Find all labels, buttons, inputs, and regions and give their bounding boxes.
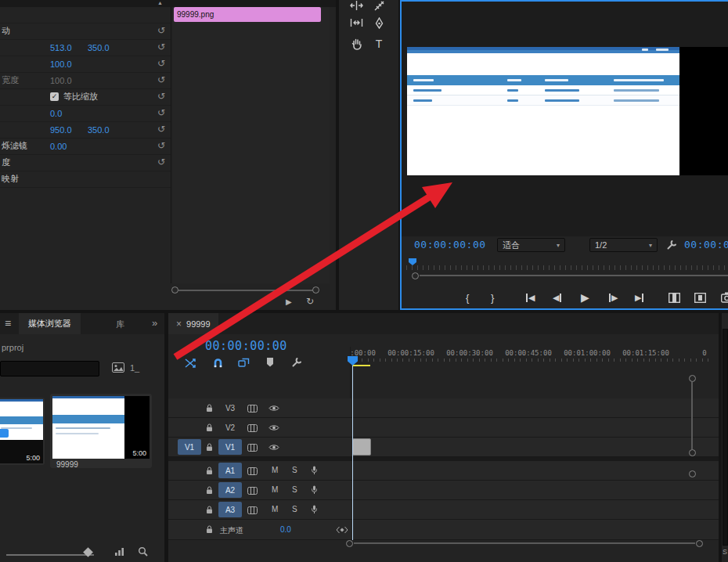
fx-clip-bar[interactable]: 99999.png: [174, 7, 321, 22]
step-forward-button[interactable]: ▶: [608, 290, 618, 304]
insert-as-nest-icon[interactable]: [185, 358, 197, 368]
lock-icon[interactable]: [206, 506, 213, 514]
reset-anchor-icon[interactable]: ↺: [157, 124, 165, 135]
track-a2-name[interactable]: A2: [218, 482, 242, 498]
razor-tool[interactable]: [371, 0, 387, 13]
timeline-timecode[interactable]: 00:00:00:00: [205, 339, 287, 353]
extract-button[interactable]: [694, 290, 706, 304]
media-item-2[interactable]: 5:00 99999: [50, 394, 152, 468]
eye-icon[interactable]: [268, 405, 279, 412]
program-hscroll-track[interactable]: [420, 275, 728, 276]
track-style-icon[interactable]: [247, 405, 258, 412]
reset-antiflicker-icon[interactable]: ↺: [157, 140, 165, 151]
loop-playback-icon[interactable]: ↻: [306, 296, 314, 307]
tab-media-browser[interactable]: 媒体浏览器: [19, 313, 81, 334]
panel-menu-icon[interactable]: ≡: [5, 317, 11, 330]
mark-out-button[interactable]: }: [491, 290, 494, 304]
tab-sequence[interactable]: × 99999: [168, 313, 218, 334]
eye-icon[interactable]: [268, 444, 279, 451]
timeline-vscroll-audio-handle[interactable]: [689, 470, 696, 477]
timeline-hscroll-left-handle[interactable]: [346, 540, 353, 547]
go-to-in-button[interactable]: ◀: [525, 290, 535, 304]
mute-button[interactable]: M: [272, 466, 278, 474]
close-icon[interactable]: ×: [176, 319, 182, 330]
slip-tool[interactable]: [348, 15, 364, 31]
reset-position-icon[interactable]: ↺: [157, 41, 165, 52]
lock-icon[interactable]: [206, 404, 213, 412]
media-item-2-name[interactable]: 99999: [56, 460, 78, 469]
v1-clip[interactable]: [352, 438, 371, 456]
master-volume-value[interactable]: 0.0: [280, 525, 291, 534]
fx-hscroll-track[interactable]: [178, 290, 313, 291]
zoom-select[interactable]: 1/2▾: [589, 238, 658, 252]
track-style-icon[interactable]: [247, 424, 258, 432]
lock-icon[interactable]: [206, 443, 213, 452]
monitor-settings-wrench-icon[interactable]: [666, 240, 677, 250]
track-v1-name[interactable]: V1: [218, 439, 242, 455]
track-style-icon[interactable]: [247, 444, 258, 452]
mute-button[interactable]: M: [272, 485, 278, 494]
mute-button[interactable]: M: [272, 505, 278, 513]
scale-value[interactable]: 100.0: [50, 59, 72, 69]
solo-button[interactable]: S: [292, 505, 297, 513]
tab-libraries[interactable]: 库: [116, 319, 124, 330]
solo-button[interactable]: S: [292, 485, 297, 494]
lock-icon[interactable]: [206, 423, 213, 432]
media-search-input[interactable]: [0, 361, 99, 376]
program-hscroll-handle[interactable]: [412, 272, 419, 279]
fx-divider[interactable]: [171, 7, 171, 283]
fit-select[interactable]: 适合▾: [497, 238, 565, 252]
reset-opacity-icon[interactable]: ↺: [157, 157, 165, 168]
media-item-1[interactable]: 5:00: [0, 398, 45, 465]
thumb-zoom-slider-track[interactable]: [6, 554, 94, 556]
track-style-icon[interactable]: [247, 506, 258, 514]
lift-button[interactable]: [669, 290, 680, 304]
timeline-hscroll-right-handle[interactable]: [696, 540, 703, 547]
reset-motion-icon[interactable]: ↺: [157, 25, 165, 36]
type-tool[interactable]: T: [371, 36, 387, 52]
mic-icon[interactable]: [311, 485, 318, 495]
mic-icon[interactable]: [311, 505, 318, 514]
fx-hscroll-right-handle[interactable]: [312, 286, 319, 294]
anchor-y-value[interactable]: 350.0: [88, 125, 110, 135]
program-timecode[interactable]: 00:00:00:00: [414, 239, 486, 250]
snap-magnet-icon[interactable]: [213, 358, 223, 368]
position-x-value[interactable]: 513.0: [50, 43, 72, 52]
thumb-zoom-slider-handle[interactable]: [83, 547, 93, 557]
media-view-icon[interactable]: [112, 362, 124, 373]
track-a1-name[interactable]: A1: [218, 463, 242, 478]
playhead-line[interactable]: [352, 366, 353, 540]
meter-solo-label[interactable]: S: [723, 548, 727, 556]
uniform-scale-checkbox[interactable]: ✓: [50, 92, 59, 101]
timeline-ruler[interactable]: 00:00:00:00 00:00:15:00 00:00:30:00 00:0…: [350, 347, 710, 362]
program-time-ruler[interactable]: [406, 262, 726, 270]
timeline-vscroll-top-handle[interactable]: [689, 375, 696, 382]
collapse-arrow-icon[interactable]: ▲: [157, 0, 163, 5]
marker-icon[interactable]: [266, 357, 274, 367]
source-patch-v1[interactable]: V1: [178, 439, 201, 455]
reset-scale-icon[interactable]: ↺: [157, 58, 165, 69]
timeline-hscroll-track[interactable]: [354, 542, 695, 544]
reset-rotation-icon[interactable]: ↺: [157, 107, 165, 118]
mark-in-button[interactable]: {: [466, 290, 469, 304]
panel-overflow-icon[interactable]: »: [152, 317, 157, 329]
go-to-out-button[interactable]: ▶: [635, 290, 644, 304]
eye-icon[interactable]: [268, 424, 279, 431]
fx-mini-timeline[interactable]: 99999.png: [173, 7, 330, 283]
lock-icon[interactable]: [206, 486, 213, 495]
reset-uniform-icon[interactable]: ↺: [157, 91, 165, 102]
fx-hscroll-left-handle[interactable]: [171, 286, 178, 294]
timeline-vscroll-bottom-handle[interactable]: [689, 449, 696, 456]
pen-tool[interactable]: [371, 15, 387, 31]
step-back-button[interactable]: ◀: [553, 290, 562, 304]
timeline-settings-wrench-icon[interactable]: [291, 357, 302, 368]
position-y-value[interactable]: 350.0: [88, 43, 110, 52]
lock-icon[interactable]: [206, 467, 213, 475]
antiflicker-value[interactable]: 0.00: [50, 142, 67, 151]
track-style-icon[interactable]: [247, 467, 258, 475]
track-v2-name[interactable]: V2: [218, 420, 242, 435]
keyframe-nav-icon[interactable]: [336, 526, 348, 534]
timeline-vscroll-track[interactable]: [691, 382, 693, 449]
sort-bars-icon[interactable]: [114, 547, 124, 557]
play-button[interactable]: ▶: [581, 290, 589, 304]
